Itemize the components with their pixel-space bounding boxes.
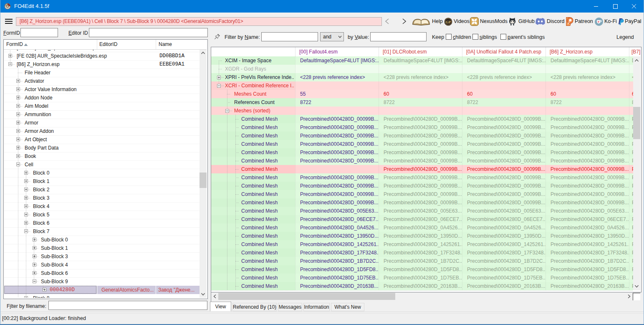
- svg-text:GP: GP: [446, 20, 451, 24]
